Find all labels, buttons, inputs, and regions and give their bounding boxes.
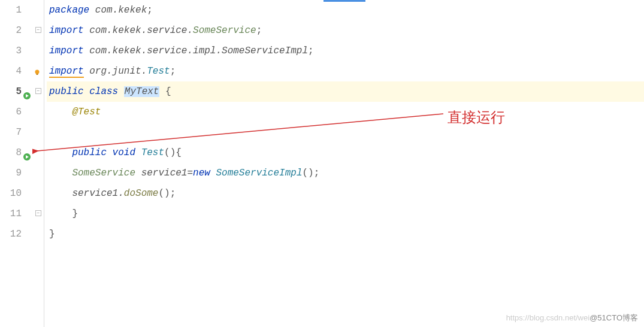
- line-number[interactable]: 8: [0, 143, 30, 163]
- method-name: Test: [141, 147, 164, 158]
- line-number[interactable]: 3: [0, 41, 30, 61]
- package-path: com.kekek: [89, 5, 147, 16]
- brace-close: }: [72, 208, 78, 219]
- code-line[interactable]: }: [47, 204, 644, 224]
- keyword-public: public: [49, 86, 84, 97]
- code-line[interactable]: service1.doSome();: [47, 183, 644, 204]
- code-line[interactable]: [47, 122, 644, 143]
- semicolon: ;: [147, 5, 153, 16]
- keyword-import: import: [49, 66, 84, 78]
- semicolon: ;: [170, 66, 176, 77]
- keyword-import: import: [49, 46, 84, 56]
- keyword-void: void: [107, 147, 141, 158]
- line-number[interactable]: 4: [0, 61, 30, 81]
- watermark-url: https://blog.csdn.net/wei: [506, 313, 589, 322]
- code-line[interactable]: }: [47, 224, 644, 244]
- annotation-text: 直接运行: [448, 108, 505, 127]
- import-path: com.kekek.service.: [84, 25, 193, 36]
- keyword-new: new: [193, 168, 216, 178]
- code-line[interactable]: import com.kekek.service.SomeService;: [47, 20, 644, 41]
- line-number[interactable]: 11: [0, 204, 30, 224]
- code-line[interactable]: SomeService service1=new SomeServiceImpl…: [47, 163, 644, 183]
- code-line[interactable]: import org.junit.Test;: [47, 61, 644, 81]
- semicolon: ;: [308, 46, 314, 56]
- keyword-package: package: [49, 5, 89, 16]
- code-line[interactable]: public void Test(){: [47, 143, 644, 163]
- import-path: org.junit.: [84, 66, 147, 77]
- paren-brace: (){: [164, 147, 182, 158]
- code-line[interactable]: @Test: [47, 102, 644, 122]
- code-content-area[interactable]: package com.kekek; import com.kekek.serv…: [44, 0, 644, 327]
- watermark: https://blog.csdn.net/wei@51CTO博客: [506, 313, 638, 323]
- keyword-class: class: [84, 86, 124, 97]
- fold-toggle-icon[interactable]: −: [35, 27, 41, 33]
- class-ref: SomeServiceImpl: [222, 46, 308, 56]
- watermark-brand: @51CTO博客: [589, 313, 638, 322]
- keyword-import: import: [49, 25, 84, 36]
- code-editor: 1 2 3 4 5 6 7 8 9 10 11 12 − − − packag: [0, 0, 644, 327]
- line-number[interactable]: 5: [0, 81, 30, 102]
- code-line-current[interactable]: public class MyText {: [47, 81, 644, 102]
- variable-ref: service1.: [72, 188, 123, 199]
- fold-toggle-icon[interactable]: −: [35, 88, 41, 94]
- code-line[interactable]: package com.kekek;: [47, 0, 644, 20]
- brace-close: }: [49, 229, 55, 240]
- line-number[interactable]: 1: [0, 0, 30, 20]
- paren-semi: ();: [158, 188, 176, 199]
- run-gutter-icon[interactable]: [23, 149, 31, 157]
- fold-toggle-icon[interactable]: −: [35, 210, 41, 216]
- folding-margin[interactable]: − − −: [34, 0, 44, 327]
- class-name-selected: MyText: [124, 86, 160, 97]
- constructor-call: SomeServiceImpl: [216, 168, 302, 178]
- line-number[interactable]: 6: [0, 102, 30, 122]
- class-ref: SomeService: [193, 25, 256, 36]
- import-path: com.kekek.service.impl.: [84, 46, 222, 56]
- brace: {: [159, 86, 171, 97]
- code-line[interactable]: import com.kekek.service.impl.SomeServic…: [47, 41, 644, 61]
- paren-semi: ();: [302, 168, 319, 178]
- line-number[interactable]: 2: [0, 20, 30, 41]
- line-number[interactable]: 12: [0, 224, 30, 244]
- run-gutter-icon[interactable]: [23, 87, 31, 96]
- annotation-test: @Test: [72, 107, 101, 117]
- line-number[interactable]: 10: [0, 183, 30, 204]
- method-call: doSome: [124, 188, 159, 199]
- variable-assign: service1=: [135, 168, 193, 178]
- semicolon: ;: [256, 25, 262, 36]
- type-ref: SomeService: [72, 168, 135, 178]
- line-number-gutter[interactable]: 1 2 3 4 5 6 7 8 9 10 11 12: [0, 0, 34, 327]
- class-ref: Test: [147, 66, 170, 77]
- svg-point-2: [35, 70, 40, 74]
- svg-rect-3: [37, 74, 38, 75]
- keyword-public: public: [72, 147, 107, 158]
- line-number[interactable]: 7: [0, 122, 30, 143]
- line-number[interactable]: 9: [0, 163, 30, 183]
- intention-bulb-icon[interactable]: [34, 68, 40, 74]
